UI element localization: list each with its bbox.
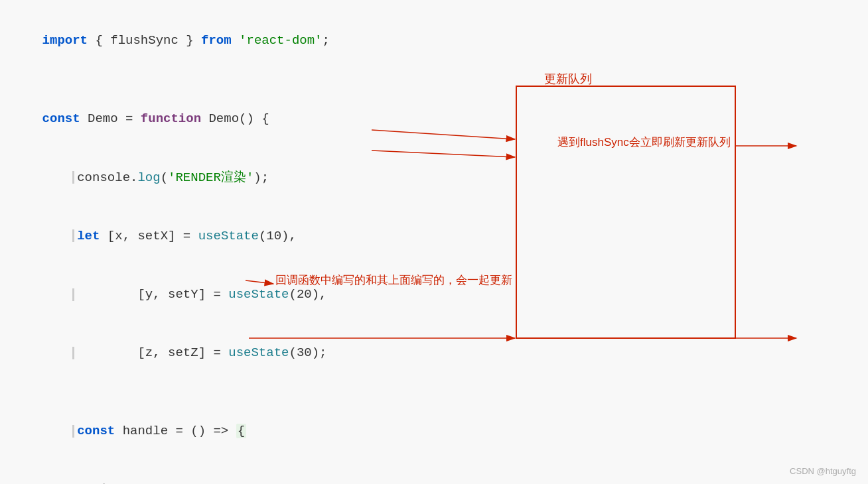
code-line-1: import { flushSync } from 'react-dom'; [12, 12, 868, 70]
code-line-3: const Demo = function Demo() { [12, 90, 868, 149]
code-line-7: [z, setZ] = useState(30); [12, 324, 868, 383]
code-area: import { flushSync } from 'react-dom'; c… [0, 0, 868, 484]
code-line-8 [12, 383, 868, 402]
code-line-4: console.log('RENDER渲染'); [12, 149, 868, 207]
keyword-import: import [42, 33, 88, 48]
code-line-9: const handle = () => { [12, 402, 868, 461]
code-line-5: let [x, setX] = useState(10), [12, 207, 868, 265]
code-line-6: [y, setY] = useState(20), [12, 266, 868, 324]
keyword-from: from [201, 33, 232, 48]
code-line-10: flushSync(() => { [12, 461, 868, 484]
vbar [72, 229, 74, 242]
vbar [72, 171, 74, 184]
code-line-2 [12, 70, 868, 90]
watermark: CSDN @htguyftg [790, 466, 856, 476]
vbar [72, 347, 74, 359]
vbar [72, 425, 74, 438]
vbar [72, 288, 74, 301]
